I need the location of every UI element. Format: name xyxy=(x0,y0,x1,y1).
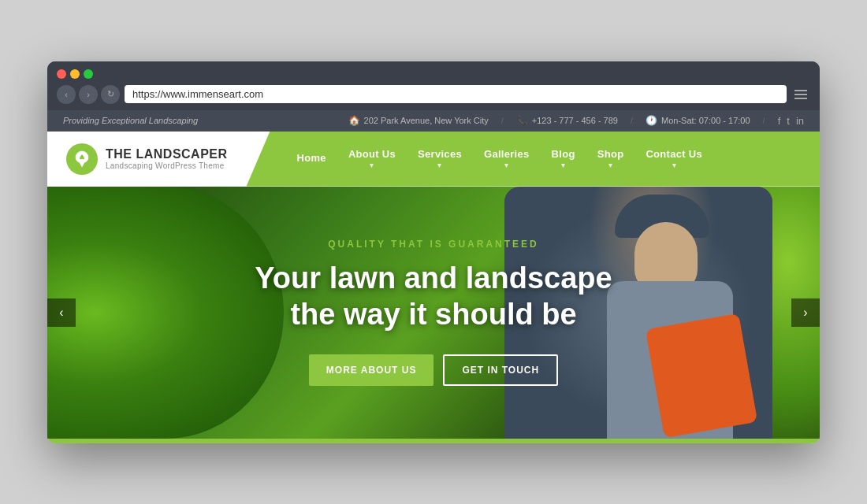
nav-item-services[interactable]: Services xyxy=(407,148,473,169)
phone-text: +123 - 777 - 456 - 789 xyxy=(532,116,618,125)
hours-item: 🕐 Mon-Sat: 07:00 - 17:00 xyxy=(646,115,750,126)
traffic-light-red[interactable] xyxy=(57,69,66,79)
hours-text: Mon-Sat: 07:00 - 17:00 xyxy=(661,116,750,125)
browser-titlebar xyxy=(57,69,810,79)
home-icon: 🏠 xyxy=(348,115,360,126)
traffic-light-green[interactable] xyxy=(84,69,93,79)
facebook-icon[interactable]: f xyxy=(778,115,781,127)
browser-menu-button[interactable] xyxy=(791,85,810,104)
slider-arrow-right[interactable]: › xyxy=(791,298,820,327)
nav-item-home[interactable]: Home xyxy=(286,152,337,165)
twitter-icon[interactable]: t xyxy=(787,115,790,127)
logo-title: THE LANDSCAPER xyxy=(106,147,228,161)
top-bar-right: 🏠 202 Park Avenue, New York City / 📞 +12… xyxy=(348,115,804,127)
nav-buttons: ‹ › ↻ xyxy=(57,85,120,104)
traffic-lights xyxy=(57,69,93,79)
back-button[interactable]: ‹ xyxy=(57,85,76,104)
nav-link-home[interactable]: Home xyxy=(297,152,326,165)
social-icons: f t in xyxy=(778,115,804,127)
slider-arrow-left[interactable]: ‹ xyxy=(47,298,76,327)
hero-buttons: MORE ABOUT US GET IN TOUCH xyxy=(309,354,558,386)
site-bottom-bar xyxy=(47,439,820,443)
logo-text: THE LANDSCAPER Landscaping WordPress The… xyxy=(106,147,228,170)
logo-subtitle: Landscaping WordPress Theme xyxy=(106,161,228,170)
phone-icon: 📞 xyxy=(516,115,528,126)
nav-item-galleries[interactable]: Galleries xyxy=(473,148,541,169)
nav-link-about[interactable]: About Us xyxy=(348,148,396,169)
browser-chrome: ‹ › ↻ xyxy=(47,61,820,110)
divider-1: / xyxy=(501,116,504,125)
get-in-touch-button[interactable]: GET IN TOUCH xyxy=(443,354,558,386)
address-text: 202 Park Avenue, New York City xyxy=(364,116,489,125)
nav-wrapper: Home About Us Services Galleries Blog xyxy=(247,132,820,187)
logo-icon xyxy=(66,143,98,175)
nav-item-about[interactable]: About Us xyxy=(337,148,407,169)
address-item: 🏠 202 Park Avenue, New York City xyxy=(348,115,489,126)
hero-tagline: QUALITY THAT IS GUARANTEED xyxy=(328,239,539,250)
phone-item: 📞 +123 - 777 - 456 - 789 xyxy=(516,115,618,126)
more-about-us-button[interactable]: MORE ABOUT US xyxy=(309,354,434,386)
nav-link-shop[interactable]: Shop xyxy=(597,148,624,169)
clock-icon: 🕐 xyxy=(646,115,657,126)
nav-link-blog[interactable]: Blog xyxy=(552,148,575,169)
divider-3: / xyxy=(763,116,765,125)
divider-2: / xyxy=(631,116,633,125)
hero-title-line2: the way it should be xyxy=(290,298,576,331)
nav-item-contact[interactable]: Contact Us xyxy=(634,148,713,169)
nav-link-services[interactable]: Services xyxy=(418,148,462,169)
address-bar[interactable] xyxy=(125,85,787,103)
hero-content: QUALITY THAT IS GUARANTEED Your lawn and… xyxy=(47,187,820,439)
hero-title: Your lawn and landscape the way it shoul… xyxy=(255,261,612,332)
traffic-light-yellow[interactable] xyxy=(70,69,80,79)
hero-section: ‹ › QUALITY THAT IS GUARANTEED Your lawn… xyxy=(47,187,820,439)
nav-link-galleries[interactable]: Galleries xyxy=(484,148,530,169)
forward-button[interactable]: › xyxy=(79,85,98,104)
browser-toolbar: ‹ › ↻ xyxy=(57,85,810,104)
nav-item-shop[interactable]: Shop xyxy=(586,148,635,169)
logo-area: THE LANDSCAPER Landscaping WordPress The… xyxy=(47,132,247,187)
site-header: THE LANDSCAPER Landscaping WordPress The… xyxy=(47,132,820,187)
nav-link-contact[interactable]: Contact Us xyxy=(646,148,702,169)
top-info-bar: Providing Exceptional Landscaping 🏠 202 … xyxy=(47,110,820,132)
browser-window: ‹ › ↻ Providing Exceptional Landscaping … xyxy=(47,61,820,443)
linkedin-icon[interactable]: in xyxy=(796,115,804,127)
tagline: Providing Exceptional Landscaping xyxy=(63,116,198,125)
refresh-button[interactable]: ↻ xyxy=(101,85,120,104)
hero-title-line1: Your lawn and landscape xyxy=(255,261,612,295)
nav-menu: Home About Us Services Galleries Blog xyxy=(286,148,713,169)
website-content: Providing Exceptional Landscaping 🏠 202 … xyxy=(47,110,820,443)
nav-item-blog[interactable]: Blog xyxy=(541,148,586,169)
